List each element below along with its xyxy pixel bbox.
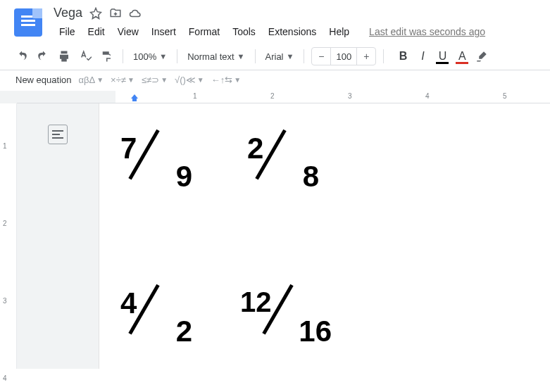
paragraph-style-value: Normal text [187, 51, 234, 62]
fraction: 12 16 [247, 286, 332, 343]
move-icon[interactable] [109, 7, 122, 20]
numerator: 2 [247, 132, 263, 165]
paragraph-style-select[interactable]: Normal text▼ [185, 49, 247, 65]
chevron-down-icon: ▼ [159, 52, 167, 61]
menu-help[interactable]: Help [323, 23, 355, 40]
ruler-area: 1 2 3 4 5 [0, 91, 550, 103]
ruler-tick: 4 [425, 92, 430, 100]
numerator: 4 [120, 286, 137, 320]
chevron-down-icon: ▼ [197, 76, 204, 84]
zoom-value: 100% [133, 51, 156, 62]
undo-button[interactable] [13, 47, 31, 65]
menu-tools[interactable]: Tools [227, 23, 261, 40]
bold-button[interactable]: B [394, 47, 412, 65]
indent-marker-icon[interactable] [131, 94, 138, 101]
menu-extensions[interactable]: Extensions [263, 23, 322, 40]
vruler-tick: 1 [3, 142, 7, 150]
fraction-slash-icon [139, 130, 174, 186]
redo-button[interactable] [34, 47, 52, 65]
separator [304, 49, 304, 63]
separator [255, 49, 256, 63]
docs-app-icon[interactable] [14, 8, 42, 37]
ruler-margin-shade [17, 91, 115, 103]
underline-button[interactable]: U [433, 47, 451, 65]
zoom-select[interactable]: 100%▼ [130, 49, 170, 65]
separator [123, 49, 123, 63]
vruler-tick: 4 [3, 374, 7, 382]
chevron-down-icon: ▼ [237, 52, 245, 61]
page[interactable]: 7 9 2 8 4 2 12 16 [99, 103, 550, 369]
menu-format[interactable]: Format [183, 23, 225, 40]
new-equation-button[interactable]: New equation [15, 75, 72, 85]
denominator: 9 [176, 160, 192, 194]
left-margin [17, 103, 99, 369]
outline-toggle-button[interactable] [48, 125, 68, 144]
print-button[interactable] [55, 47, 73, 65]
canvas: 1 2 3 4 7 9 2 8 4 [0, 103, 550, 369]
header: Vega File Edit View Insert Format Tools … [0, 0, 550, 40]
format-group: B I U A [394, 47, 491, 65]
increase-font-button[interactable]: + [357, 48, 375, 65]
fraction: 7 9 [120, 132, 205, 188]
menu-edit[interactable]: Edit [82, 23, 111, 40]
equation-toolbar: New equation αβΔ▼ ×÷≠▼ ≤≠⊃▼ √()≪▼ ←↑⇆▼ [0, 70, 550, 91]
chevron-down-icon: ▼ [127, 76, 135, 84]
fraction-grid: 7 9 2 8 4 2 12 16 [120, 132, 529, 343]
title-row: Vega [54, 4, 550, 20]
chevron-down-icon: ▼ [234, 76, 241, 84]
relations-button[interactable]: ≤≠⊃▼ [142, 75, 168, 85]
math-ops-button[interactable]: √()≪▼ [175, 75, 204, 85]
menubar: File Edit View Insert Format Tools Exten… [54, 20, 550, 40]
spellcheck-button[interactable] [76, 47, 94, 65]
toolbar: 100%▼ Normal text▼ Arial▼ − 100 + B I U … [0, 43, 550, 70]
star-icon[interactable] [89, 7, 102, 20]
denominator: 8 [303, 160, 319, 194]
document-title[interactable]: Vega [54, 6, 82, 20]
title-block: Vega File Edit View Insert Format Tools … [54, 4, 550, 40]
chevron-down-icon: ▼ [287, 52, 294, 61]
fraction: 2 8 [247, 132, 332, 188]
separator [177, 49, 177, 63]
ruler-tick: 5 [503, 92, 507, 100]
ruler-tick: 1 [193, 92, 197, 100]
fraction-slash-icon [265, 130, 301, 186]
operators-button[interactable]: ×÷≠▼ [111, 75, 135, 85]
menu-insert[interactable]: Insert [146, 23, 182, 40]
vruler-tick: 2 [3, 220, 7, 227]
vruler-tick: 3 [3, 297, 7, 305]
horizontal-ruler[interactable]: 1 2 3 4 5 [17, 91, 550, 103]
ruler-tick: 3 [348, 92, 352, 100]
last-edit-link[interactable]: Last edit was seconds ago [369, 26, 485, 37]
italic-button[interactable]: I [413, 47, 432, 65]
font-value: Arial [265, 51, 284, 62]
separator [383, 49, 384, 63]
arrows-button[interactable]: ←↑⇆▼ [211, 75, 241, 85]
denominator: 2 [176, 315, 192, 348]
cloud-status-icon[interactable] [129, 7, 142, 20]
decrease-font-button[interactable]: − [312, 48, 330, 65]
fraction-slash-icon [139, 285, 174, 341]
document-area: 7 9 2 8 4 2 12 16 [17, 103, 550, 369]
highlight-button[interactable] [473, 47, 491, 65]
menu-file[interactable]: File [54, 23, 81, 40]
chevron-down-icon: ▼ [161, 76, 168, 84]
fraction: 4 2 [120, 286, 205, 343]
numerator: 7 [120, 132, 137, 165]
menu-view[interactable]: View [112, 23, 144, 40]
numerator: 12 [240, 286, 272, 318]
font-size-value[interactable]: 100 [330, 48, 357, 65]
greek-letters-button[interactable]: αβΔ▼ [79, 75, 104, 85]
font-select[interactable]: Arial▼ [263, 49, 297, 65]
denominator: 16 [299, 315, 332, 348]
font-size-stepper: − 100 + [311, 47, 376, 65]
ruler-tick: 2 [270, 92, 275, 100]
chevron-down-icon: ▼ [96, 76, 104, 84]
ruler-gutter [0, 91, 17, 103]
paint-format-button[interactable] [97, 47, 115, 65]
text-color-button[interactable]: A [453, 47, 471, 65]
vertical-ruler[interactable]: 1 2 3 4 [0, 103, 17, 369]
